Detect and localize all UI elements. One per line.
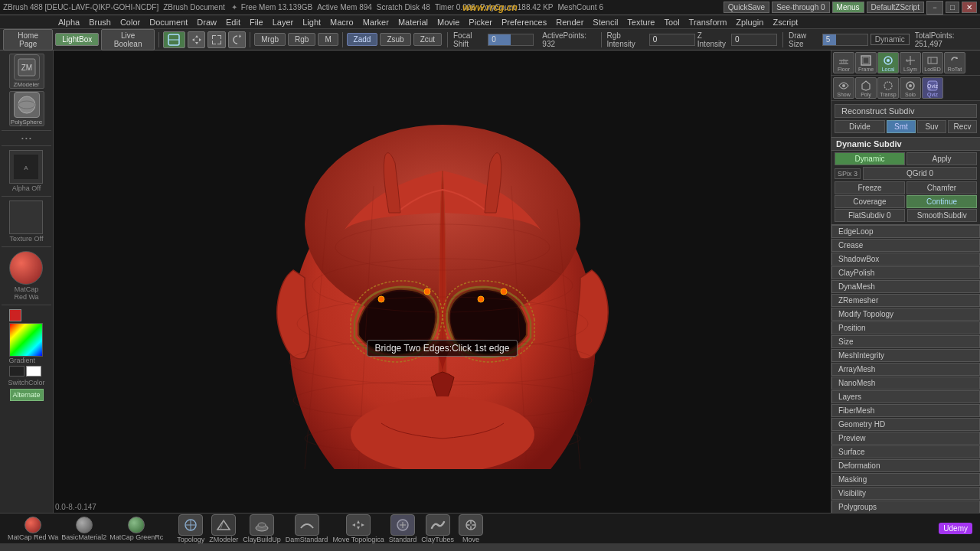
transp-icon[interactable]: Transp [877, 77, 899, 99]
surface-button[interactable]: Surface [831, 445, 980, 458]
menu-zscript[interactable]: Zscript [768, 17, 802, 28]
array-mesh-button[interactable]: ArrayMesh [831, 363, 980, 376]
zsub-button[interactable]: Zsub [380, 33, 410, 46]
menu-material[interactable]: Material [394, 17, 433, 28]
basic-mat2-button[interactable]: BasicMaterial2 [61, 517, 106, 541]
apply-button[interactable]: Apply [906, 152, 977, 165]
modify-topology-button[interactable]: Modify Topology [831, 308, 980, 321]
masking-button[interactable]: Masking [831, 473, 980, 486]
frame-icon[interactable]: Frame [855, 52, 877, 73]
zremesher-button[interactable]: ZRemesher [831, 294, 980, 307]
coverage-button[interactable]: Coverage [835, 195, 905, 208]
recv-button[interactable]: Recv [948, 120, 977, 133]
draw-size-slider[interactable]: 5 [822, 34, 868, 46]
live-boolean-button[interactable]: Live Boolean [101, 29, 155, 51]
mesh-integrity-button[interactable]: MeshIntegrity [831, 349, 980, 362]
alternate-button[interactable]: Alternate [10, 389, 44, 401]
crease-button[interactable]: Crease [831, 239, 980, 252]
canvas-area[interactable]: 人人素材 RRCG 人人素材 RRCG [54, 51, 831, 513]
lightbox-button[interactable]: LightBox [55, 33, 99, 46]
nano-mesh-button[interactable]: NanoMesh [831, 377, 980, 390]
color-swatch-dark[interactable] [9, 366, 24, 377]
rotate-tool[interactable] [228, 31, 247, 48]
draw-tool[interactable] [163, 31, 185, 48]
edgeloop-button[interactable]: EdgeLoop [831, 225, 980, 238]
solo-icon[interactable]: Solo [900, 77, 921, 99]
polysphere-tool[interactable]: PolySphere [9, 91, 44, 126]
menu-preferences[interactable]: Preferences [497, 17, 551, 28]
menu-file[interactable]: File [245, 17, 268, 28]
color-picker[interactable] [9, 323, 43, 357]
fiber-mesh-button[interactable]: FiberMesh [831, 404, 980, 417]
menu-tool[interactable]: Tool [659, 17, 684, 28]
menu-brush[interactable]: Brush [84, 17, 116, 28]
maximize-button[interactable]: □ [946, 2, 959, 13]
divide-button[interactable]: Divide [835, 120, 885, 133]
menu-layer[interactable]: Layer [268, 17, 299, 28]
menu-movie[interactable]: Movie [433, 17, 464, 28]
m-button[interactable]: M [318, 33, 338, 46]
menu-alpha[interactable]: Alpha [54, 17, 84, 28]
see-through-button[interactable]: See-through 0 [772, 2, 829, 13]
color-swatch-light[interactable] [26, 366, 41, 377]
menu-render[interactable]: Render [551, 17, 588, 28]
smt-button[interactable]: Smt [887, 120, 916, 133]
home-page-button[interactable]: Home Page [3, 29, 53, 51]
menu-document[interactable]: Document [145, 17, 192, 28]
local-icon[interactable]: Local [877, 52, 899, 73]
floor-icon[interactable]: Floor [833, 52, 854, 73]
menu-color[interactable]: Color [116, 17, 145, 28]
menu-draw[interactable]: Draw [192, 17, 221, 28]
quicksave-button[interactable]: QuickSave [724, 2, 769, 13]
matcap-green-button[interactable]: MatCap GreenRc [109, 517, 163, 541]
zcut-button[interactable]: Zcut [413, 33, 442, 46]
dynamesh-button[interactable]: DynaMesh [831, 280, 980, 293]
dynamic-button[interactable]: Dynamic [871, 34, 910, 45]
close-button[interactable]: ✕ [962, 2, 977, 13]
size-button[interactable]: Size [831, 335, 980, 348]
standard-tool-button[interactable]: Standard [389, 514, 417, 543]
continue-button[interactable]: Continue [906, 195, 977, 208]
menu-edit[interactable]: Edit [221, 17, 245, 28]
mrgb-button[interactable]: Mrgb [254, 33, 286, 46]
menu-picker[interactable]: Picker [464, 17, 497, 28]
position-button[interactable]: Position [831, 321, 980, 334]
move-tool[interactable] [188, 31, 206, 48]
menus-button[interactable]: Menus [832, 2, 864, 13]
deformation-button[interactable]: Deformation [831, 459, 980, 472]
dynamic-button-panel[interactable]: Dynamic [835, 152, 905, 165]
suv-button[interactable]: Suv [917, 120, 946, 133]
polygroups-button[interactable]: Polygroups [831, 500, 980, 513]
material-swatch[interactable] [9, 251, 43, 285]
dynamic-subdiv-header[interactable]: Dynamic Subdiv [831, 138, 980, 151]
flatsubdiv-button[interactable]: FlatSubdiv 0 [835, 209, 905, 222]
preview-button[interactable]: Preview [831, 432, 980, 445]
shadowbox-button[interactable]: ShadowBox [831, 253, 980, 266]
claytubes-tool-button[interactable]: ClayTubes [421, 514, 454, 543]
minimize-button[interactable]: － [926, 1, 943, 15]
move-topological-tool-button[interactable]: Move Topologica [332, 514, 384, 543]
claybuild-tool-button[interactable]: ClayBuildUp [243, 514, 281, 543]
menu-macro[interactable]: Macro [325, 17, 358, 28]
matcap-red-button[interactable]: MatCap Red Wa [8, 517, 58, 541]
menu-marker[interactable]: Marker [358, 17, 394, 28]
zmodeler-tool[interactable]: ZM ZModeler [9, 54, 44, 89]
menu-zplugin[interactable]: Zplugin [731, 17, 768, 28]
geometry-hd-button[interactable]: Geometry HD [831, 418, 980, 431]
freeze-button[interactable]: Freeze [835, 181, 905, 194]
show-icon[interactable]: Show [833, 77, 854, 99]
menu-light[interactable]: Light [298, 17, 325, 28]
lsym-icon[interactable]: L LSym [900, 52, 921, 73]
reconstruct-subdiv-button[interactable]: Reconstruct Subdiv [835, 104, 977, 118]
rotate-icon[interactable]: RoTat [944, 52, 965, 73]
rgb-button[interactable]: Rgb [288, 33, 315, 46]
smoothsubdiv-button[interactable]: SmoothSubdiv [907, 209, 978, 222]
z-intensity-slider[interactable]: 0 [731, 34, 777, 46]
topology-tool-button[interactable]: Topology [177, 514, 204, 543]
focal-shift-slider[interactable]: 0 [488, 34, 534, 46]
poly-icon[interactable]: Poly [855, 77, 877, 99]
menu-stencil[interactable]: Stencil [588, 17, 622, 28]
qgrid-button[interactable]: QGrid 0 [863, 167, 977, 180]
zmodeler-tool-button[interactable]: ZModeler [209, 514, 238, 543]
damstandard-tool-button[interactable]: DamStandard [286, 514, 328, 543]
